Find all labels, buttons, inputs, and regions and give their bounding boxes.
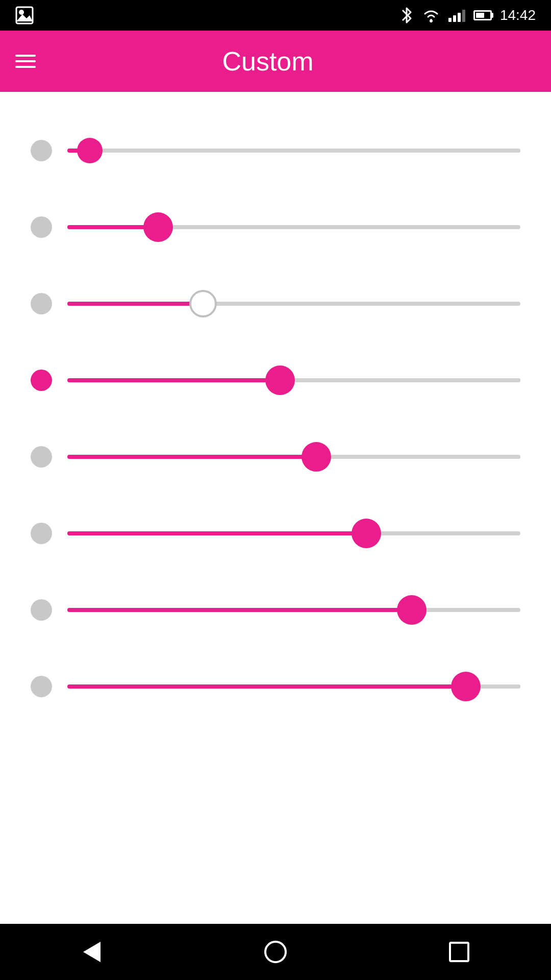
bluetooth-icon [399, 6, 414, 24]
main-content [0, 92, 551, 924]
slider-row-4 [31, 342, 520, 419]
slider-circle-3 [31, 293, 52, 314]
app-bar: Custom [0, 31, 551, 92]
slider-thumb-6[interactable] [352, 519, 381, 548]
slider-track-8[interactable] [67, 684, 520, 689]
home-button[interactable] [255, 932, 296, 972]
app-title: Custom [36, 46, 500, 77]
slider-row-1 [31, 112, 520, 189]
slider-track-5[interactable] [67, 455, 520, 459]
slider-circle-6 [31, 523, 52, 544]
slider-circle-4 [31, 370, 52, 391]
slider-circle-8 [31, 676, 52, 697]
slider-thumb-1[interactable] [77, 138, 103, 163]
slider-thumb-3[interactable] [189, 290, 217, 317]
menu-icon[interactable] [15, 55, 36, 68]
slider-thumb-7[interactable] [397, 595, 427, 625]
slider-track-4[interactable] [67, 378, 520, 382]
svg-point-1 [19, 10, 24, 15]
svg-point-3 [430, 19, 433, 22]
slider-track-2[interactable] [67, 225, 520, 229]
slider-track-fill-3 [67, 302, 203, 306]
slider-row-7 [31, 572, 520, 648]
status-bar: 14:42 [0, 0, 551, 31]
slider-thumb-4[interactable] [265, 365, 295, 395]
wifi-icon [422, 8, 440, 23]
slider-track-6[interactable] [67, 531, 520, 535]
status-bar-left [15, 6, 34, 24]
signal-icon [448, 9, 465, 22]
slider-circle-2 [31, 216, 52, 238]
slider-track-fill-8 [67, 684, 466, 689]
svg-marker-2 [16, 14, 33, 21]
slider-row-3 [31, 265, 520, 342]
slider-row-6 [31, 495, 520, 572]
slider-track-fill-5 [67, 455, 316, 459]
slider-track-fill-6 [67, 531, 366, 535]
back-button[interactable] [71, 932, 112, 972]
slider-row-8 [31, 648, 520, 725]
battery-icon [473, 10, 492, 20]
slider-track-fill-4 [67, 378, 280, 382]
slider-row-5 [31, 419, 520, 495]
recents-button[interactable] [439, 932, 480, 972]
status-time: 14:42 [500, 7, 536, 23]
slider-thumb-8[interactable] [451, 672, 481, 701]
slider-circle-1 [31, 140, 52, 161]
slider-thumb-5[interactable] [302, 442, 331, 472]
slider-track-7[interactable] [67, 608, 520, 612]
slider-circle-7 [31, 599, 52, 621]
slider-track-bg-1 [67, 149, 520, 153]
slider-row-2 [31, 189, 520, 265]
slider-circle-5 [31, 446, 52, 468]
gallery-icon [15, 6, 34, 24]
slider-thumb-2[interactable] [143, 212, 173, 242]
slider-track-1[interactable] [67, 149, 520, 153]
status-bar-right: 14:42 [399, 6, 536, 24]
slider-track-fill-7 [67, 608, 412, 612]
bottom-nav [0, 924, 551, 980]
slider-track-3[interactable] [67, 302, 520, 306]
